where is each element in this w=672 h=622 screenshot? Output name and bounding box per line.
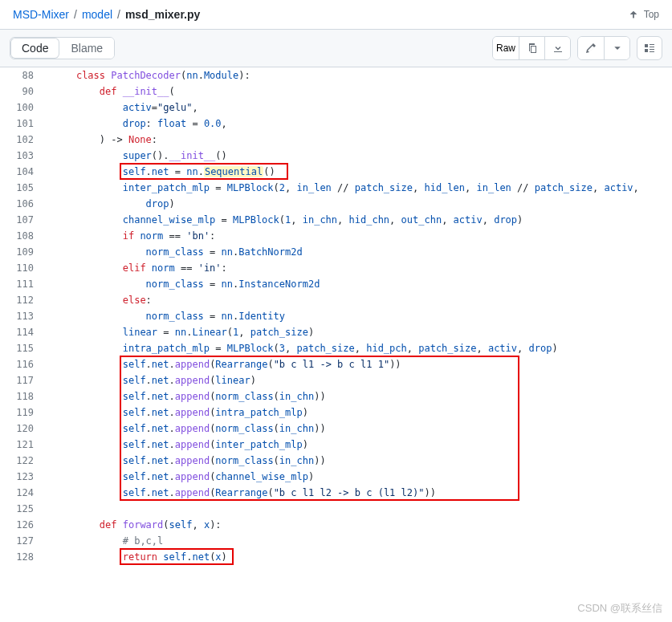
line-number[interactable]: 115: [0, 340, 48, 356]
code-cell[interactable]: self.net.append(norm_class(in_chn)): [48, 421, 672, 437]
code-cell[interactable]: drop): [48, 196, 672, 212]
line-number[interactable]: 113: [0, 308, 48, 324]
line-number[interactable]: 111: [0, 276, 48, 292]
code-row: 111 norm_class = nn.InstanceNorm2d: [0, 276, 672, 292]
code-cell[interactable]: # b,c,l: [48, 533, 672, 549]
tab-code[interactable]: Code: [10, 38, 59, 59]
edit-button[interactable]: [578, 37, 604, 59]
line-number[interactable]: 124: [0, 485, 48, 501]
line-number[interactable]: 90: [0, 83, 48, 100]
code-row: 112 else:: [0, 292, 672, 308]
tab-blame[interactable]: Blame: [59, 38, 114, 59]
code-row: 123 self.net.append(channel_wise_mlp): [0, 469, 672, 485]
code-cell[interactable]: channel_wise_mlp = MLPBlock(1, in_chn, h…: [48, 212, 672, 228]
breadcrumb-repo[interactable]: MSD-Mixer: [13, 8, 69, 21]
line-number[interactable]: 127: [0, 533, 48, 549]
code-row: 121 self.net.append(inter_patch_mlp): [0, 437, 672, 453]
code-cell[interactable]: super().__init__(): [48, 148, 672, 164]
code-row: 90 def __init__(: [0, 83, 672, 100]
left-tools: Code Blame: [10, 37, 115, 59]
breadcrumb: MSD-Mixer / model / msd_mixer.py: [13, 8, 200, 21]
code-row: 113 norm_class = nn.Identity: [0, 308, 672, 324]
code-cell[interactable]: self.net = nn.Sequential(): [48, 164, 672, 180]
code-cell[interactable]: class PatchDecoder(nn.Module):: [48, 67, 672, 83]
line-number[interactable]: 100: [0, 100, 48, 116]
code-row: 125: [0, 501, 672, 517]
line-number[interactable]: 119: [0, 405, 48, 421]
code-row: 107 channel_wise_mlp = MLPBlock(1, in_ch…: [0, 212, 672, 228]
line-number[interactable]: 117: [0, 372, 48, 388]
code-row: 109 norm_class = nn.BatchNorm2d: [0, 244, 672, 260]
line-number[interactable]: 88: [0, 67, 48, 83]
top-link[interactable]: Top: [628, 9, 659, 20]
line-number[interactable]: 101: [0, 116, 48, 132]
edit-dropdown[interactable]: [604, 37, 629, 59]
code-cell[interactable]: inter_patch_mlp = MLPBlock(2, in_len // …: [48, 180, 672, 196]
code-row: 120 self.net.append(norm_class(in_chn)): [0, 421, 672, 437]
line-number[interactable]: 108: [0, 228, 48, 244]
line-number[interactable]: 109: [0, 244, 48, 260]
code-cell[interactable]: norm_class = nn.InstanceNorm2d: [48, 276, 672, 292]
code-row: 116 self.net.append(Rearrange("b c l1 ->…: [0, 356, 672, 372]
line-number[interactable]: 106: [0, 196, 48, 212]
top-label: Top: [644, 9, 659, 20]
line-number[interactable]: 102: [0, 132, 48, 148]
line-number[interactable]: 118: [0, 388, 48, 405]
line-number[interactable]: 122: [0, 453, 48, 469]
code-cell[interactable]: ) -> None:: [48, 132, 672, 148]
code-cell[interactable]: return self.net(x): [48, 549, 672, 565]
code-cell[interactable]: def forward(self, x):: [48, 517, 672, 533]
raw-button[interactable]: Raw: [493, 37, 519, 59]
copy-button[interactable]: [519, 37, 544, 59]
code-cell[interactable]: elif norm == 'in':: [48, 260, 672, 276]
download-button[interactable]: [544, 37, 570, 59]
code-row: 106 drop): [0, 196, 672, 212]
code-cell[interactable]: self.net.append(intra_patch_mlp): [48, 405, 672, 421]
line-number[interactable]: 104: [0, 164, 48, 180]
line-number[interactable]: 121: [0, 437, 48, 453]
line-number[interactable]: 107: [0, 212, 48, 228]
line-number[interactable]: 116: [0, 356, 48, 372]
code-cell[interactable]: self.net.append(Rearrange("b c l1 l2 -> …: [48, 485, 672, 501]
breadcrumb-folder[interactable]: model: [82, 8, 112, 21]
code-cell[interactable]: [48, 501, 672, 517]
code-row: 105 inter_patch_mlp = MLPBlock(2, in_len…: [0, 180, 672, 196]
code-row: 100 activ="gelu",: [0, 100, 672, 116]
line-number[interactable]: 105: [0, 180, 48, 196]
line-number[interactable]: 114: [0, 324, 48, 340]
line-number[interactable]: 120: [0, 421, 48, 437]
line-number[interactable]: 128: [0, 549, 48, 565]
code-cell[interactable]: linear = nn.Linear(1, patch_size): [48, 324, 672, 340]
symbols-icon: [643, 42, 656, 55]
code-cell[interactable]: activ="gelu",: [48, 100, 672, 116]
code-area[interactable]: 88 class PatchDecoder(nn.Module):90 def …: [0, 67, 672, 565]
code-cell[interactable]: else:: [48, 292, 672, 308]
line-number[interactable]: 103: [0, 148, 48, 164]
code-cell[interactable]: norm_class = nn.BatchNorm2d: [48, 244, 672, 260]
line-number[interactable]: 112: [0, 292, 48, 308]
line-number[interactable]: 110: [0, 260, 48, 276]
line-number[interactable]: 126: [0, 517, 48, 533]
line-number[interactable]: 123: [0, 469, 48, 485]
code-cell[interactable]: self.net.append(Rearrange("b c l1 -> b c…: [48, 356, 672, 372]
code-cell[interactable]: self.net.append(channel_wise_mlp): [48, 469, 672, 485]
code-cell[interactable]: drop: float = 0.0,: [48, 116, 672, 132]
code-cell[interactable]: if norm == 'bn':: [48, 228, 672, 244]
code-cell[interactable]: def __init__(: [48, 83, 672, 100]
breadcrumb-bar: MSD-Mixer / model / msd_mixer.py Top: [0, 0, 672, 30]
code-row: 119 self.net.append(intra_patch_mlp): [0, 405, 672, 421]
symbols-button[interactable]: [637, 36, 662, 60]
code-row: 108 if norm == 'bn':: [0, 228, 672, 244]
code-cell[interactable]: norm_class = nn.Identity: [48, 308, 672, 324]
breadcrumb-sep: /: [117, 8, 120, 21]
code-cell[interactable]: self.net.append(linear): [48, 372, 672, 388]
download-icon: [552, 42, 564, 55]
code-cell[interactable]: self.net.append(inter_patch_mlp): [48, 437, 672, 453]
edit-group: [577, 36, 630, 60]
code-cell[interactable]: self.net.append(norm_class(in_chn)): [48, 388, 672, 405]
code-cell[interactable]: intra_patch_mlp = MLPBlock(3, patch_size…: [48, 340, 672, 356]
line-number[interactable]: 125: [0, 501, 48, 517]
code-row: 104 self.net = nn.Sequential(): [0, 164, 672, 180]
code-cell[interactable]: self.net.append(norm_class(in_chn)): [48, 453, 672, 469]
toolbar: Code Blame Raw: [0, 30, 672, 67]
